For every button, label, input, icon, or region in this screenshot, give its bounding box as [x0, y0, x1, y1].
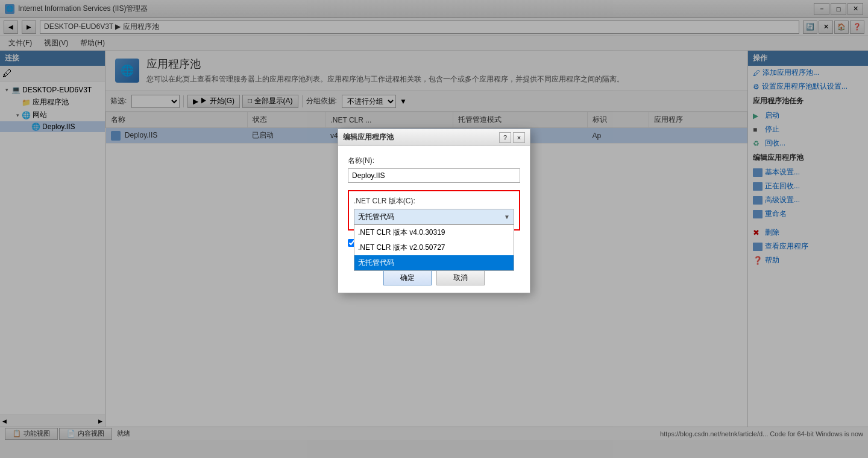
- modal-controls: ? ×: [499, 132, 525, 143]
- modal-title: 编辑应用程序池: [343, 132, 394, 142]
- modal-body: 名称(N): .NET CLR 版本(C): 无托管代码 ▼ .NET CLR …: [338, 146, 530, 265]
- clr-label: .NET CLR 版本(C):: [354, 196, 514, 206]
- modal-close-button[interactable]: ×: [513, 132, 525, 143]
- name-label: 名称(N):: [348, 156, 520, 166]
- cancel-button[interactable]: 取消: [436, 270, 485, 285]
- clr-selected-value: 无托管代码: [358, 212, 394, 222]
- name-group: 名称(N):: [348, 156, 520, 183]
- clr-dropdown-input[interactable]: 无托管代码 ▼: [354, 209, 514, 224]
- clr-option-v2[interactable]: .NET CLR 版本 v2.0.50727: [354, 240, 514, 255]
- name-input[interactable]: [348, 168, 520, 183]
- clr-dropdown: 无托管代码 ▼ .NET CLR 版本 v4.0.30319 .NET CLR …: [354, 209, 514, 224]
- ok-button[interactable]: 确定: [383, 270, 432, 285]
- modal-dialog: 编辑应用程序池 ? × 名称(N): .NET CLR 版本(C): 无托管代码…: [338, 129, 530, 293]
- dropdown-arrow-icon: ▼: [504, 214, 510, 220]
- modal-overlay: 编辑应用程序池 ? × 名称(N): .NET CLR 版本(C): 无托管代码…: [0, 0, 868, 458]
- clr-option-v4[interactable]: .NET CLR 版本 v4.0.30319: [354, 225, 514, 240]
- modal-help-button[interactable]: ?: [499, 132, 511, 143]
- clr-section: .NET CLR 版本(C): 无托管代码 ▼ .NET CLR 版本 v4.0…: [348, 190, 520, 231]
- clr-dropdown-list: .NET CLR 版本 v4.0.30319 .NET CLR 版本 v2.0.…: [354, 224, 514, 271]
- clr-option-none[interactable]: 无托管代码: [354, 255, 514, 270]
- modal-titlebar: 编辑应用程序池 ? ×: [338, 129, 530, 146]
